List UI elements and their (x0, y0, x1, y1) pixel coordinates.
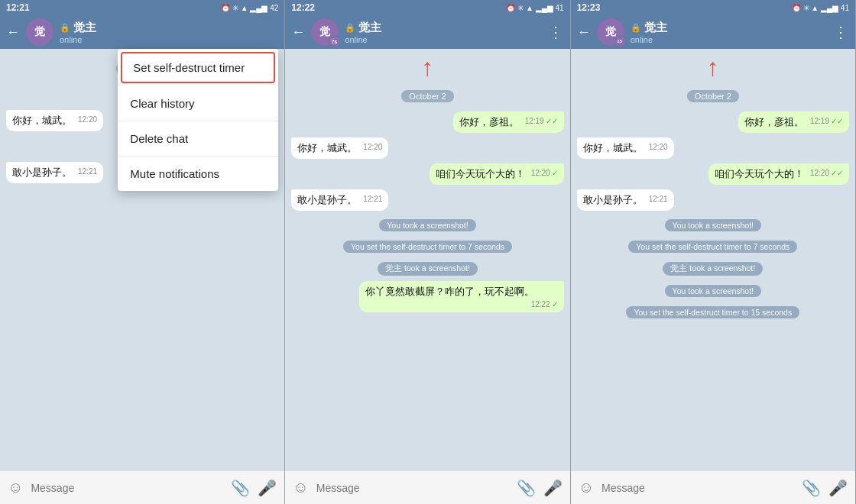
msg-bubble: 敢小是孙子。 12:21 (291, 189, 388, 211)
input-bar-1: ☺ 📎 🎤 (0, 470, 284, 504)
avatar-1[interactable]: 觉 (26, 18, 54, 46)
header-status-1: online (60, 35, 278, 44)
msg-time: 12:19 (810, 117, 829, 125)
msg-time: 12:20 (531, 169, 550, 177)
system-msg: You took a screenshot! (291, 218, 563, 231)
input-bar-2: ☺ 📎 🎤 (285, 470, 569, 504)
msg-meta: 12:20 ✓✓ (810, 169, 843, 177)
lock-icon-3: 🔒 (631, 23, 641, 33)
msg-bubble: 你丫竟然敢截屏？咋的了，玩不起啊。 12:22 ✓ (359, 281, 563, 312)
lock-icon-2: 🔒 (345, 23, 355, 33)
status-icons-3: ⏰ ✳ ▲ ▂▄▆ 41 (792, 4, 849, 12)
msg-bubble: 敢小是孙子。 12:21 (6, 162, 103, 183)
msg-text: 敢小是孙子。 (583, 194, 643, 205)
msg-text: 你好，城武。 (583, 142, 643, 153)
system-text: 觉主 took a screenshot! (378, 262, 478, 276)
menu-item-mute[interactable]: Mute notifications (118, 157, 278, 191)
msg-time: 12:21 (78, 167, 97, 176)
mic-icon-1[interactable]: 🎤 (258, 479, 277, 497)
msg-meta: 12:19 ✓✓ (810, 117, 843, 125)
msg-meta: 12:22 ✓ (531, 300, 558, 309)
msg-time: 12:21 (363, 195, 382, 203)
system-text: You took a screenshot! (379, 219, 475, 231)
menu-item-clear-history[interactable]: Clear history (118, 86, 278, 121)
message-input-2[interactable] (316, 482, 509, 494)
menu-item-delete-chat[interactable]: Delete chat (118, 121, 278, 157)
date-label-3: October 2 (577, 89, 849, 102)
emoji-icon-2[interactable]: ☺ (293, 479, 308, 496)
back-button-3[interactable]: ← (577, 24, 591, 40)
emoji-icon-1[interactable]: ☺ (8, 479, 23, 496)
msg-bubble: 你好，彦祖。 12:19 ✓✓ (453, 111, 564, 133)
system-msg: You set the self-destruct timer to 15 se… (577, 305, 849, 318)
message-input-3[interactable] (601, 482, 794, 494)
lock-icon-1: 🔒 (60, 23, 70, 33)
msg-text: 你好，彦祖。 (744, 116, 804, 128)
attach-icon-2[interactable]: 📎 (517, 479, 536, 497)
date-text-2: October 2 (401, 90, 453, 102)
dropdown-menu: Set self-destruct timer Clear history De… (118, 49, 278, 191)
table-row: 你丫竟然敢截屏？咋的了，玩不起啊。 12:22 ✓ (291, 281, 563, 312)
msg-meta: 12:21 (78, 167, 97, 176)
system-msg: You took a screenshot! (577, 283, 849, 297)
header-info-2: 🔒 觉主 online (345, 21, 541, 44)
msg-check: ✓ (552, 169, 558, 177)
system-text: 觉主 took a screenshot! (663, 262, 763, 276)
panel-1: 12:21 ⏰ ✳ ▲ ▂▄▆ 42 ← 觉 🔒 觉主 online Octob… (0, 0, 285, 504)
msg-bubble: 你好，城武。 12:20 (577, 137, 674, 159)
msg-time: 12:19 (525, 117, 544, 125)
contact-name-3: 觉主 (644, 21, 667, 35)
mic-icon-3[interactable]: 🎤 (828, 479, 848, 497)
msg-text: 你好，彦祖。 (459, 116, 519, 128)
messages-3: October 2 你好，彦祖。 12:19 ✓✓ 你好，城武。 12:20 (577, 82, 849, 321)
msg-bubble: 你好，城武。 12:20 (6, 110, 103, 131)
msg-meta: 12:21 (363, 195, 382, 203)
chat-bg-2: ↑ October 2 你好，彦祖。 12:19 ✓✓ 你好，城武。 (285, 49, 569, 470)
msg-bubble: 你好，彦祖。 12:19 ✓✓ (738, 111, 849, 133)
emoji-icon-3[interactable]: ☺ (579, 479, 594, 496)
table-row: 敢小是孙子。 12:21 (291, 189, 563, 211)
input-bar-3: ☺ 📎 🎤 (571, 470, 855, 504)
msg-time: 12:20 (649, 143, 668, 151)
more-button-3[interactable]: ⋮ (833, 23, 849, 41)
date-label-2: October 2 (291, 89, 563, 102)
msg-time: 12:20 (78, 115, 97, 124)
more-button-2[interactable]: ⋮ (548, 23, 564, 41)
status-icons-2: ⏰ ✳ ▲ ▂▄▆ 41 (506, 4, 563, 12)
chat-header-3: ← 觉 15 🔒 觉主 online ⋮ (571, 15, 855, 49)
system-text: You set the self-destruct timer to 7 sec… (343, 241, 512, 253)
back-button-1[interactable]: ← (6, 24, 20, 40)
back-button-2[interactable]: ← (291, 24, 305, 40)
msg-text: 你丫竟然敢截屏？咋的了，玩不起啊。 (365, 286, 534, 297)
header-name-3: 🔒 觉主 (631, 21, 827, 35)
chat-bg-3: ↑ October 2 你好，彦祖。 12:19 ✓✓ 你好，城武。 (571, 49, 855, 470)
date-text-3: October 2 (687, 90, 739, 102)
avatar-2[interactable]: 觉 7s (311, 18, 339, 46)
msg-meta: 12:20 (78, 115, 97, 124)
msg-time: 12:20 (810, 169, 829, 177)
panel-2: 12:22 ⏰ ✳ ▲ ▂▄▆ 41 ← 觉 7s 🔒 觉主 online ⋮ … (285, 0, 570, 504)
red-arrow-3: ↑ (707, 53, 719, 81)
msg-meta: 12:20 (649, 143, 668, 151)
table-row: 你好，城武。 12:20 (577, 137, 849, 159)
system-text: You took a screenshot! (665, 285, 761, 297)
system-msg: You set the self-destruct timer to 7 sec… (291, 239, 563, 253)
messages-2: October 2 你好，彦祖。 12:19 ✓✓ 你好，城武。 12:20 (291, 82, 563, 314)
contact-name-2: 觉主 (358, 21, 381, 35)
avatar-text-1: 觉 (34, 25, 45, 39)
status-time-3: 12:23 (577, 2, 601, 13)
table-row: 咱们今天玩个大的！ 12:20 ✓✓ (577, 163, 849, 185)
message-input-1[interactable] (31, 482, 223, 494)
system-text: You took a screenshot! (665, 219, 761, 231)
status-bar-1: 12:21 ⏰ ✳ ▲ ▂▄▆ 42 (0, 0, 284, 15)
status-time-2: 12:22 (291, 2, 315, 13)
attach-icon-3[interactable]: 📎 (802, 479, 821, 497)
avatar-3[interactable]: 觉 15 (597, 18, 624, 46)
msg-meta: 12:20 (363, 143, 382, 151)
mic-icon-2[interactable]: 🎤 (543, 479, 563, 497)
status-time-1: 12:21 (6, 2, 30, 13)
timer-badge-3: 15 (614, 35, 626, 47)
menu-item-self-destruct[interactable]: Set self-destruct timer (121, 52, 275, 83)
attach-icon-1[interactable]: 📎 (231, 479, 250, 497)
chat-header-2: ← 觉 7s 🔒 觉主 online ⋮ (285, 15, 569, 49)
